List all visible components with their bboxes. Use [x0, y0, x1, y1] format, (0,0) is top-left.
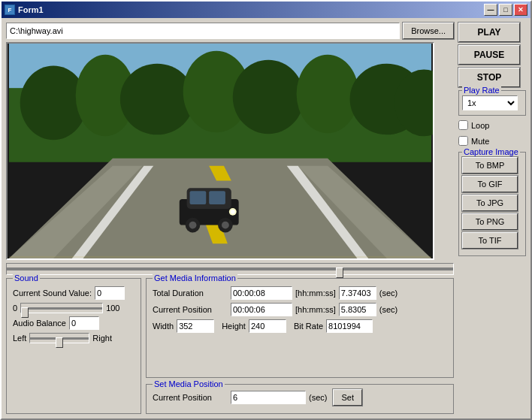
capture-bmp-button[interactable]: To BMP	[462, 157, 518, 174]
loop-checkbox[interactable]	[458, 120, 468, 130]
set-media-panel: Set Media Position Current Position (sec…	[146, 384, 454, 414]
mute-checkbox[interactable]	[458, 136, 468, 146]
bitrate-input[interactable]	[326, 319, 373, 333]
set-position-button[interactable]: Set	[333, 389, 362, 406]
balance-label: Audio Balance	[13, 319, 66, 328]
svg-point-7	[297, 55, 359, 134]
balance-row: Audio Balance	[13, 316, 135, 330]
bottom-section: Sound Current Sound Value: 0 100 Audio B…	[6, 278, 454, 414]
balance-value-input[interactable]	[69, 316, 99, 330]
play-button[interactable]: PLAY	[458, 23, 520, 42]
current-position-row: Current Position [hh:mm:ss] (sec)	[153, 303, 447, 316]
mute-row: Mute	[458, 136, 526, 146]
mute-label: Mute	[471, 137, 489, 146]
capture-gif-button[interactable]: To GIF	[462, 176, 518, 192]
current-position-label: Current Position	[153, 305, 228, 314]
right-label: Right	[92, 334, 112, 343]
capture-tif-button[interactable]: To TIF	[462, 232, 518, 249]
sound-value-input[interactable]	[95, 286, 125, 300]
balance-slider-row: Left Right	[13, 333, 135, 343]
svg-point-4	[120, 64, 195, 135]
capture-png-button[interactable]: To PNG	[462, 213, 518, 230]
sound-panel: Sound Current Sound Value: 0 100 Audio B…	[6, 278, 141, 414]
play-rate-group: Play Rate 1x 2x 0.5x 0.25x	[458, 90, 526, 116]
svg-rect-21	[209, 191, 225, 204]
window-icon: F	[5, 5, 15, 15]
pause-button[interactable]: PAUSE	[458, 45, 520, 65]
main-window: F Form1 — □ ✕ Browse...	[0, 0, 532, 420]
sound-legend: Sound	[13, 273, 40, 283]
set-position-label: Current Position	[153, 393, 228, 402]
width-label: Width	[153, 322, 174, 331]
current-position-time-input[interactable]	[231, 303, 292, 316]
media-info-column: Get Media Information Total Duration [hh…	[146, 278, 454, 414]
svg-point-6	[233, 60, 304, 134]
svg-point-23	[231, 210, 235, 214]
right-panel: PLAY PAUSE STOP Play Rate 1x 2x 0.5x 0.2…	[458, 23, 526, 414]
capture-group: Capture Image To BMP To GIF To JPG To PN…	[458, 152, 526, 256]
balance-slider[interactable]	[29, 333, 89, 343]
capture-legend: Capture Image	[462, 147, 520, 156]
main-content: Browse...	[2, 18, 530, 418]
height-label: Height	[222, 322, 246, 331]
video-area	[6, 42, 434, 260]
height-input[interactable]	[249, 319, 286, 333]
capture-jpg-button[interactable]: To JPG	[462, 195, 518, 211]
sound-current-label: Current Sound Value:	[13, 289, 92, 298]
set-position-input[interactable]	[231, 391, 306, 404]
media-info-legend: Get Media Information	[153, 273, 237, 283]
title-bar: F Form1 — □ ✕	[2, 2, 530, 18]
sound-max-label: 100	[106, 304, 119, 313]
title-bar-title: F Form1	[5, 5, 44, 15]
total-duration-label: Total Duration	[153, 289, 228, 298]
total-duration-row: Total Duration [hh:mm:ss] (sec)	[153, 286, 447, 300]
file-row: Browse...	[6, 23, 454, 39]
total-duration-sec-input[interactable]	[339, 286, 376, 300]
total-duration-unit: [hh:mm:ss]	[295, 289, 336, 298]
sound-slider[interactable]	[20, 303, 103, 313]
set-position-unit: (sec)	[309, 393, 327, 402]
maximize-button[interactable]: □	[499, 4, 512, 16]
loop-label: Loop	[471, 121, 489, 130]
title-buttons: — □ ✕	[484, 4, 527, 16]
current-position-sec-input[interactable]	[339, 303, 376, 316]
left-label: Left	[13, 334, 26, 343]
play-rate-legend: Play Rate	[462, 86, 501, 95]
window-title: Form1	[18, 5, 44, 14]
svg-rect-20	[190, 191, 207, 204]
current-position-unit: [hh:mm:ss]	[295, 305, 336, 314]
svg-point-26	[189, 222, 197, 229]
loop-row: Loop	[458, 120, 526, 130]
current-position-sec-unit: (sec)	[379, 305, 397, 314]
svg-point-27	[222, 222, 229, 229]
stop-button[interactable]: STOP	[458, 68, 520, 87]
set-media-legend: Set Media Position	[153, 379, 225, 388]
total-duration-sec-unit: (sec)	[379, 289, 397, 298]
playback-controls: PLAY PAUSE STOP	[458, 23, 526, 87]
file-path-input[interactable]	[6, 23, 400, 39]
dimensions-row: Width Height Bit Rate	[153, 319, 447, 333]
left-panel: Browse...	[6, 23, 454, 414]
width-input[interactable]	[177, 319, 214, 333]
play-rate-select[interactable]: 1x 2x 0.5x 0.25x	[462, 95, 518, 110]
total-duration-time-input[interactable]	[231, 286, 292, 300]
minimize-button[interactable]: —	[484, 4, 497, 16]
media-info-panel: Get Media Information Total Duration [hh…	[146, 278, 454, 378]
browse-button[interactable]: Browse...	[403, 23, 454, 39]
close-button[interactable]: ✕	[514, 4, 527, 16]
set-position-row: Current Position (sec) Set	[153, 389, 447, 406]
sound-slider-row: 0 100	[13, 303, 135, 313]
bitrate-label: Bit Rate	[294, 322, 323, 331]
sound-min-label: 0	[13, 304, 17, 313]
sound-value-row: Current Sound Value:	[13, 286, 135, 300]
